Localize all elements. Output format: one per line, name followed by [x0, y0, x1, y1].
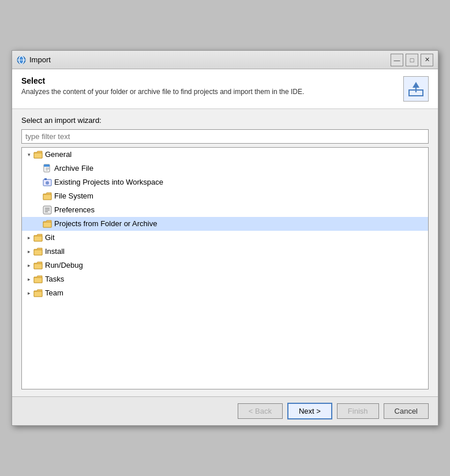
filter-input[interactable] [21, 129, 429, 144]
tree-label-tasks: Tasks [45, 273, 64, 285]
tree-label-install: Install [45, 246, 65, 257]
expand-run-debug[interactable] [24, 261, 33, 270]
expand-general[interactable] [24, 150, 33, 159]
svg-marker-4 [412, 82, 419, 88]
tree-item-existing-projects[interactable]: Existing Projects into Workspace [22, 175, 428, 189]
header-text: Select Analyzes the content of your fold… [21, 76, 304, 96]
footer-section: < Back Next > Finish Cancel [12, 396, 438, 425]
next-button[interactable]: Next > [287, 403, 332, 419]
tree-label-general: General [45, 149, 72, 160]
expand-install[interactable] [24, 247, 33, 256]
file-icon-archive [43, 164, 52, 173]
folder-icon-projects [43, 219, 52, 228]
tree-item-general[interactable]: General [22, 148, 428, 162]
header-section: Select Analyzes the content of your fold… [12, 69, 438, 109]
prefs-icon [43, 205, 52, 215]
expand-preferences [33, 205, 43, 215]
maximize-button[interactable]: □ [406, 54, 418, 66]
minimize-button[interactable]: — [391, 54, 403, 66]
folder-icon-tasks [33, 275, 43, 284]
tree-label-archive-file: Archive File [54, 163, 93, 174]
eclipse-icon [17, 55, 26, 65]
header-title: Select [21, 76, 304, 85]
title-bar-controls: — □ ✕ [391, 54, 433, 66]
folder-icon-team [33, 288, 43, 298]
wizard-label: Select an import wizard: [21, 116, 429, 125]
expand-projects-folder [33, 219, 43, 228]
workspace-icon [43, 178, 52, 187]
tree-label-projects-from-folder: Projects from Folder or Archive [54, 218, 157, 230]
tree-label-git: Git [45, 232, 55, 243]
back-button[interactable]: < Back [238, 403, 283, 419]
import-dialog: Import — □ ✕ Select Analyzes the content… [12, 50, 438, 426]
tree-label-preferences: Preferences [54, 204, 95, 216]
folder-icon-general [33, 150, 43, 159]
tree-item-preferences[interactable]: Preferences [22, 203, 428, 217]
header-icon [403, 76, 429, 102]
expand-tasks[interactable] [24, 275, 33, 284]
body-section: Select an import wizard: General [12, 109, 438, 396]
close-button[interactable]: ✕ [421, 54, 433, 66]
cancel-button[interactable]: Cancel [384, 403, 429, 419]
tree-item-git[interactable]: Git [22, 231, 428, 245]
tree-label-existing-projects: Existing Projects into Workspace [54, 177, 163, 188]
tree-container[interactable]: General Archive File [21, 147, 429, 389]
tree-item-archive-file[interactable]: Archive File [22, 162, 428, 175]
folder-icon-filesystem [43, 192, 52, 201]
tree-item-team[interactable]: Team [22, 286, 428, 300]
expand-filesystem [33, 192, 43, 201]
finish-button[interactable]: Finish [337, 403, 379, 419]
tree-item-tasks[interactable]: Tasks [22, 272, 428, 286]
expand-archive [33, 164, 43, 173]
tree-item-install[interactable]: Install [22, 245, 428, 258]
title-bar-left: Import [17, 55, 51, 65]
import-icon [407, 80, 425, 98]
svg-point-13 [46, 181, 49, 185]
tree-label-run-debug: Run/Debug [45, 260, 83, 271]
header-description: Analyzes the content of your folder or a… [21, 88, 304, 96]
tree-item-run-debug[interactable]: Run/Debug [22, 258, 428, 272]
title-bar: Import — □ ✕ [12, 51, 438, 69]
tree-item-file-system[interactable]: File System [22, 189, 428, 203]
tree-label-team: Team [45, 287, 63, 299]
svg-rect-12 [44, 178, 47, 180]
dialog-title: Import [29, 55, 51, 64]
svg-rect-7 [44, 164, 50, 167]
folder-icon-git [33, 233, 43, 242]
expand-git[interactable] [24, 233, 33, 242]
folder-icon-run-debug [33, 261, 43, 270]
expand-team[interactable] [24, 288, 33, 298]
expand-existing [33, 178, 43, 187]
tree-label-file-system: File System [54, 190, 93, 202]
folder-icon-install [33, 247, 43, 256]
tree-item-projects-from-folder[interactable]: Projects from Folder or Archive [22, 217, 428, 231]
